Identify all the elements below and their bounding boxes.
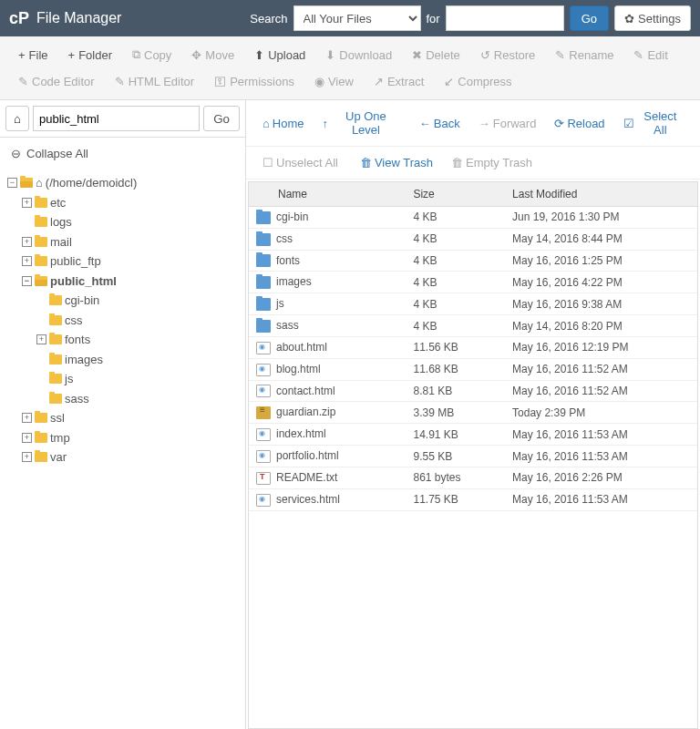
tree-toggle-icon[interactable]: + [22, 256, 32, 266]
path-go-button[interactable]: Go [203, 106, 240, 131]
extract-button[interactable]: ↗Extract [365, 69, 433, 94]
tree-node-images[interactable]: images [36, 350, 238, 370]
nav-up-button[interactable]: ↑Up One Level [315, 106, 408, 140]
file-size: 3.39 MB [406, 402, 505, 424]
file-size: 9.55 KB [406, 446, 505, 467]
tree-toggle-icon[interactable]: − [22, 276, 32, 286]
table-row[interactable]: js4 KBMay 16, 2016 9:38 AMhttpd/unix-d [249, 293, 698, 315]
folder-icon [35, 237, 47, 247]
tree-node-var[interactable]: +var [22, 447, 238, 467]
txt-icon [256, 472, 271, 485]
nav-view-trash-button[interactable]: 🗑View Trash [353, 152, 440, 173]
tree-node-cgi-bin[interactable]: cgi-bin [36, 291, 238, 311]
nav-unselect-all-button[interactable]: ☐Unselect All [255, 152, 345, 173]
tree-root[interactable]: − ⌂ (/home/demoidcl) [7, 173, 238, 193]
permissions-button[interactable]: ⚿Permissions [205, 69, 304, 94]
delete-button[interactable]: ✖Delete [403, 42, 469, 67]
file-modified: May 14, 2016 8:20 PM [505, 315, 698, 337]
file-name: index.html [276, 427, 326, 440]
file-name: css [276, 232, 293, 245]
table-row[interactable]: services.html11.75 KBMay 16, 2016 11:53 … [249, 488, 698, 510]
table-row[interactable]: index.html14.91 KBMay 16, 2016 11:53 AMt… [249, 424, 698, 446]
tree-spacer [36, 354, 46, 364]
move-button[interactable]: ✥Move [182, 42, 243, 67]
tree-node-mail[interactable]: +mail [22, 232, 238, 252]
collapse-all-button[interactable]: ⊖ Collapse All [0, 138, 245, 169]
tree-node-ssl[interactable]: +ssl [22, 408, 238, 428]
tree-toggle-icon[interactable]: + [22, 237, 32, 247]
compress-button[interactable]: ↙Compress [435, 69, 520, 94]
search-scope-select[interactable]: All Your Files [293, 5, 421, 31]
tree-node-fonts[interactable]: +fonts [36, 330, 238, 350]
file-modified: May 16, 2016 11:53 AM [505, 446, 698, 467]
tree-node-sass[interactable]: sass [36, 389, 238, 409]
folder-icon [49, 354, 62, 364]
path-input[interactable] [33, 106, 200, 131]
main-area: ⌂ Go ⊖ Collapse All − ⌂ (/home/demoidcl)… [0, 100, 700, 729]
nav-reload-button[interactable]: ⟳Reload [547, 113, 612, 134]
file-modified: May 16, 2016 11:53 AM [505, 488, 698, 510]
nav-home-button[interactable]: ⌂Home [255, 113, 312, 134]
tree-toggle-icon[interactable]: + [36, 334, 46, 344]
file-size: 8.81 KB [406, 380, 505, 402]
tree-node-tmp[interactable]: +tmp [22, 428, 238, 448]
tree-node-public-html[interactable]: −public_html [22, 272, 238, 292]
tree-toggle-icon[interactable]: + [22, 433, 32, 443]
edit-button[interactable]: ✎Edit [624, 42, 676, 67]
copy-button[interactable]: ⧉Copy [123, 42, 180, 67]
table-row[interactable]: blog.html11.68 KBMay 16, 2016 11:52 AMte… [249, 358, 698, 380]
tree-node-public-ftp[interactable]: +public_ftp [22, 252, 238, 272]
settings-button[interactable]: ✿ Settings [614, 5, 691, 31]
upload-button[interactable]: ⬆Upload [245, 42, 314, 67]
file-modified: Today 2:39 PM [505, 402, 698, 424]
nav-empty-trash-button[interactable]: 🗑Empty Trash [444, 152, 540, 173]
file-size: 11.68 KB [406, 358, 505, 380]
search-go-button[interactable]: Go [570, 5, 609, 31]
app-header: cP File Manager Search All Your Files fo… [0, 0, 700, 36]
nav-back-button[interactable]: ←Back [412, 113, 468, 134]
table-row[interactable]: images4 KBMay 16, 2016 4:22 PMhttpd/unix… [249, 272, 698, 293]
code-editor-button[interactable]: ✎Code Editor [9, 69, 104, 94]
tree-node-css[interactable]: css [36, 311, 238, 331]
file-size: 11.56 KB [406, 336, 505, 358]
table-row[interactable]: sass4 KBMay 14, 2016 8:20 PMhttpd/unix-d [249, 315, 698, 337]
download-button[interactable]: ⬇Download [316, 42, 401, 67]
plus-icon: + [18, 48, 26, 62]
table-row[interactable]: contact.html8.81 KBMay 16, 2016 11:52 AM… [249, 380, 698, 402]
file-table: Name Size Last Modified Type cgi-bin4 KB… [249, 182, 698, 511]
restore-button[interactable]: ↺Restore [471, 42, 545, 67]
nav-select-all-button[interactable]: ☑Select All [616, 106, 691, 140]
folder-icon [35, 256, 47, 266]
table-row[interactable]: portfolio.html9.55 KBMay 16, 2016 11:53 … [249, 446, 698, 467]
table-row[interactable]: about.html11.56 KBMay 16, 2016 12:19 PMt… [249, 336, 698, 358]
file-modified: May 16, 2016 11:52 AM [505, 380, 698, 402]
table-row[interactable]: guardian.zip3.39 MBToday 2:39 PMpackage/… [249, 402, 698, 424]
col-size[interactable]: Size [406, 182, 505, 207]
col-name[interactable]: Name [249, 182, 406, 207]
search-input[interactable] [446, 5, 564, 31]
table-row[interactable]: fonts4 KBMay 16, 2016 1:25 PMhttpd/unix-… [249, 250, 698, 272]
file-name: contact.html [276, 385, 335, 397]
tree-toggle-icon[interactable]: + [22, 198, 32, 208]
html-editor-button[interactable]: ✎HTML Editor [106, 69, 203, 94]
tree-toggle-icon[interactable]: + [22, 452, 32, 462]
path-home-button[interactable]: ⌂ [5, 106, 29, 131]
new-folder-button[interactable]: +Folder [59, 42, 121, 67]
table-row[interactable]: css4 KBMay 14, 2016 8:44 PMhttpd/unix-d [249, 228, 698, 250]
new-file-button[interactable]: +File [9, 42, 57, 67]
tree-toggle-icon[interactable]: + [22, 413, 32, 423]
table-row[interactable]: README.txt861 bytesMay 16, 2016 2:26 PMt… [249, 467, 698, 488]
folder-icon [256, 233, 271, 246]
nav-forward-button[interactable]: →Forward [471, 113, 544, 134]
download-icon: ⬇ [325, 48, 335, 62]
col-modified[interactable]: Last Modified [505, 182, 698, 207]
tree-node-js[interactable]: js [36, 369, 238, 389]
tree-toggle-icon[interactable]: − [7, 178, 17, 188]
table-row[interactable]: cgi-bin4 KBJun 19, 2016 1:30 PMhttpd/uni… [249, 207, 698, 229]
file-modified: May 16, 2016 2:26 PM [505, 467, 698, 488]
view-button[interactable]: ◉View [305, 69, 363, 94]
tree-node-etc[interactable]: +etc [22, 193, 238, 213]
tree-node-logs[interactable]: logs [22, 212, 238, 232]
nav-bar: ⌂Home ↑Up One Level ←Back →Forward ⟳Relo… [246, 100, 700, 147]
rename-button[interactable]: ✎Rename [546, 42, 623, 67]
